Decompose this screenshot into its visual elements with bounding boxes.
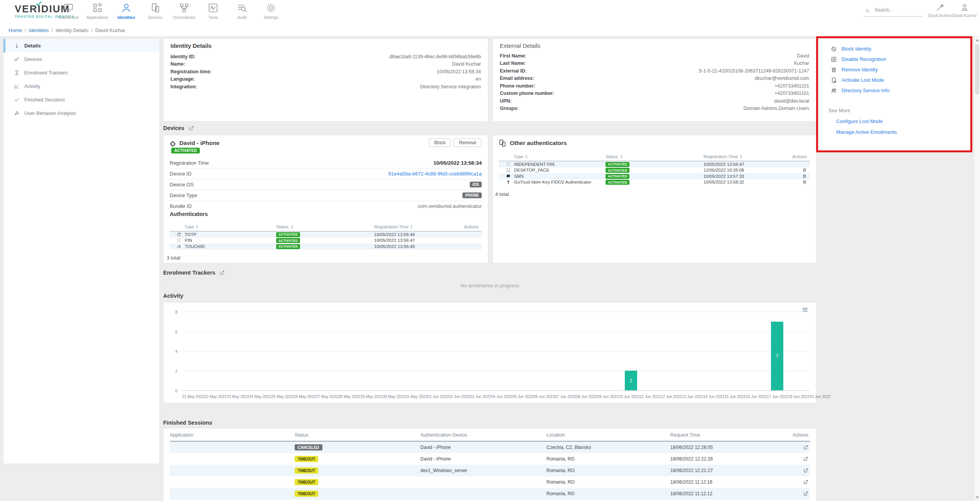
field-label: Phone number: [500,83,535,89]
device-type-badge: PHONE [462,192,482,198]
nav-label: Orchestrator [173,15,195,20]
sidebar-item-activity[interactable]: Activity [3,79,159,93]
tools-pulse-icon [207,2,219,13]
nav-item-applications[interactable]: Applications [83,2,112,20]
sidebar-item-user-behavior-analysis[interactable]: User Behavior Analysis [3,106,159,120]
sidebar-item-finished-sessions[interactable]: Finished Sessions [3,93,159,106]
column-header-location[interactable]: Location [547,432,670,438]
sidebar-item-label: Activity [24,83,40,89]
chart-x-tick-label: 27 May 2022 [316,395,338,399]
breadcrumb-home[interactable]: Home [8,27,22,33]
block-identity-link[interactable]: Block Identity [819,44,970,54]
global-search [864,6,923,17]
manage-active-enrollments-link[interactable]: Manage Active Enrollments [819,127,970,137]
open-session-icon[interactable] [803,491,808,496]
session-row: TIMEOUT Romania, RO 18/06/2022 11:12:12 [170,488,810,499]
status-badge: ACTIVATED [606,168,629,173]
fingerprint-icon [177,244,181,249]
chart-x-tick-label: 31 May 2022 [405,395,427,399]
open-session-icon[interactable] [803,456,808,462]
chart-x-tick-label: 28 May 2022 [338,395,361,399]
chart-x-tick [433,391,433,393]
device-id-link[interactable]: 91e4a58a-b672-4c88-9fd3-cceb9899ca1a [388,171,482,177]
nav-item-settings[interactable]: Settings [256,2,285,20]
chart-x-tick [266,391,266,393]
audit-list-search-icon [236,2,248,13]
chart-x-tick-label: 14 Jun 2022 [703,395,724,399]
activity-bar: 2 [625,371,637,390]
chart-x-tick [662,391,663,393]
column-header-registration-time[interactable]: Registration Time [374,224,459,229]
column-header-registration-time[interactable]: Registration Time [703,154,787,159]
session-row: TIMEOUT David - iPhone Romania, RO 18/06… [170,453,810,465]
nav-item-audit[interactable]: Audit [228,2,256,20]
nav-label: Applications [86,15,108,20]
scrollbar-down-arrow-icon[interactable] [976,496,979,499]
nav-item-devices[interactable]: Devices [141,2,170,20]
scrollbar-up-arrow-icon[interactable] [976,39,979,41]
column-header-status[interactable]: Status [606,154,703,159]
bar-value-label: 7 [776,353,778,359]
chart-x-tick [579,391,579,393]
sessions-table-header: Application Status Authentication Device… [170,429,810,442]
open-session-icon[interactable] [803,445,808,450]
column-header-auth-device[interactable]: Authentication Device [420,432,547,438]
breadcrumb-identities[interactable]: Identities [29,27,49,33]
chart-x-tick [808,391,809,393]
remove-identity-link[interactable]: Remove Identity [819,64,970,75]
column-header-request-time[interactable]: Request Time [670,432,788,438]
column-header-type[interactable]: Type [499,154,606,159]
session-device: David - iPhone [420,445,547,450]
disable-recognition-link[interactable]: Disable Recognition [819,54,970,64]
field-value: dkuchar@veridiumid.com [755,76,809,81]
configure-lost-mode-link[interactable]: Configure Lost Mode [819,116,970,127]
authenticator-type: INDEPENDENT PIN [514,162,555,167]
sort-icon [740,155,742,159]
trash-icon[interactable] [802,168,807,172]
user-menu-button[interactable]: David Kuchar [953,3,977,18]
column-header-type[interactable]: Type [170,224,276,229]
sidebar-item-enrolment-trackers[interactable]: Enrolment Trackers [3,66,159,79]
column-header-status[interactable]: Status [295,432,420,438]
registration-time: 10/05/2022 13:56:47 [374,238,459,243]
block-device-button[interactable]: Block [429,138,451,147]
search-input[interactable] [874,7,922,13]
open-session-icon[interactable] [803,479,808,485]
device-name: David - iPhone [179,140,219,146]
open-session-icon[interactable] [803,468,808,473]
nav-item-orchestrator[interactable]: Orchestrator [170,2,199,20]
upn-row: UPN:david@dev.local [493,97,816,105]
column-header-application[interactable]: Application [170,432,295,438]
chart-x-tick-label: 21 May 2022 [182,395,204,399]
quick-actions-button[interactable]: Quick Actions [928,3,953,18]
page-scrollbar[interactable] [974,37,980,501]
external-link-icon[interactable] [219,270,225,276]
nav-item-tools[interactable]: Tools [199,2,228,20]
scrollbar-thumb[interactable] [975,44,979,94]
other-auth-row-gotrust-fido2: GoTrust Idem Key FIDO2 Authenticator ACT… [499,179,810,186]
sort-icon [196,225,198,229]
chart-x-tick-label: 11 Jun 2022 [640,395,661,399]
chart-x-tick-label: 17 Jun 2022 [767,395,788,399]
chart-gridline [182,331,808,332]
remove-device-button[interactable]: Remove [454,138,482,147]
chart-x-tick-label: 25 May 2022 [271,395,293,399]
field-value: Directory Service Integration [420,84,481,89]
directory-service-info-link[interactable]: Directory Service Info [819,85,970,96]
trash-icon[interactable] [802,180,807,184]
sidebar-item-details[interactable]: Details [3,39,159,52]
activate-lost-mode-link[interactable]: Activate Lost Mode [819,75,970,85]
nav-item-identities[interactable]: Identities [112,2,141,20]
registration-time: 10/05/2022 13:57:33 [703,174,787,179]
field-label: Email address: [500,76,534,81]
column-header-status[interactable]: Status [276,224,374,229]
identity-details-card: Identity Details Identity ID:d6ae1ba8-11… [163,39,488,121]
session-location: Romania, RO [547,468,670,473]
trash-icon[interactable] [802,174,807,179]
field-label: Integration: [170,84,197,89]
activity-bar: 7 [771,322,783,391]
nav-item-dashboard[interactable]: Dashboard [54,2,83,20]
sidebar-item-devices[interactable]: Devices [3,52,159,66]
external-link-icon[interactable] [188,125,194,131]
chart-x-tick [287,391,287,393]
